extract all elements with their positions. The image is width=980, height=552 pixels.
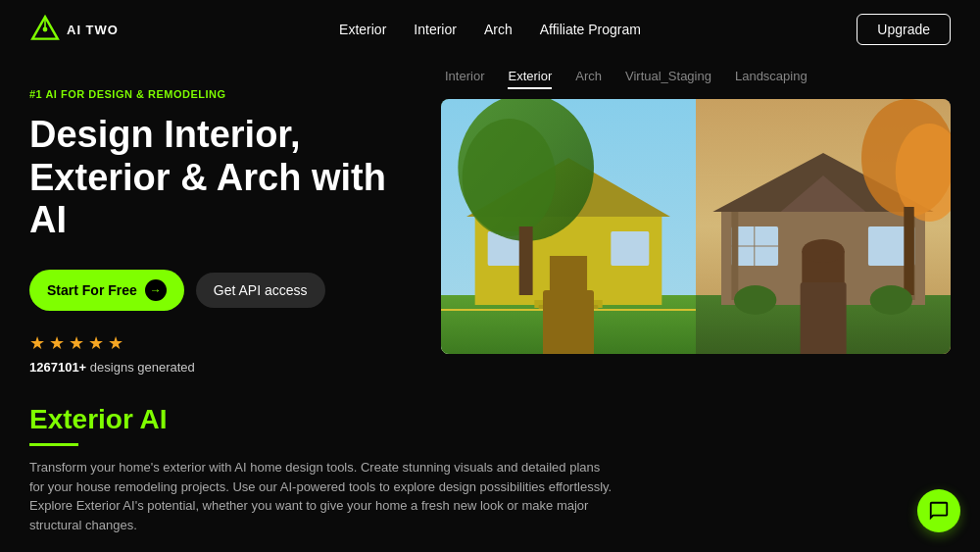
svg-point-13 [463,119,556,236]
section-description: Transform your home's exterior with AI h… [29,458,617,534]
left-panel: #1 AI FOR DESIGN & REMODELING Design Int… [29,69,402,375]
nav-link-affiliate[interactable]: Affiliate Program [540,22,641,37]
star-4: ★ [88,332,104,354]
svg-point-32 [734,285,776,315]
svg-rect-11 [539,305,599,310]
designs-label: designs generated [90,360,195,375]
svg-point-22 [802,239,844,263]
image-tabs: Interior Exterior Arch Virtual_Staging L… [441,69,951,89]
svg-rect-31 [904,207,913,295]
nav-link-interior[interactable]: Interior [414,22,457,37]
star-2: ★ [49,332,65,354]
svg-point-33 [870,285,912,315]
hero-image [441,99,951,354]
api-access-button[interactable]: Get API access [196,273,325,308]
main-content: #1 AI FOR DESIGN & REMODELING Design Int… [0,69,980,375]
upgrade-button[interactable]: Upgrade [857,14,951,45]
chat-icon [928,500,950,522]
svg-rect-7 [550,256,587,305]
house-after-image [696,99,951,354]
badge: #1 AI FOR DESIGN & REMODELING [29,88,402,100]
chat-support-button[interactable] [917,489,960,532]
designs-number: 1267101+ [29,360,86,375]
svg-rect-34 [810,305,836,354]
start-free-label: Start For Free [47,282,137,298]
nav-links: Exterior Interior Arch Affiliate Program [339,22,641,37]
arrow-icon: → [145,279,167,301]
svg-rect-9 [611,231,649,266]
bottom-section: Exterior AI Transform your home's exteri… [0,404,980,534]
svg-rect-14 [519,226,533,295]
tab-landscaping[interactable]: Landscaping [735,69,808,89]
svg-point-2 [43,27,48,32]
start-free-button[interactable]: Start For Free → [29,270,184,311]
brand-name: AI TWO [67,23,119,37]
tab-arch[interactable]: Arch [575,69,602,89]
designs-count: 1267101+ designs generated [29,360,402,375]
tab-virtual-staging[interactable]: Virtual_Staging [625,69,711,89]
headline: Design Interior, Exterior & Arch with AI [29,114,402,242]
cta-row: Start For Free → Get API access [29,270,402,311]
tab-exterior[interactable]: Exterior [508,69,552,89]
svg-rect-10 [534,300,602,308]
star-5: ★ [108,332,123,354]
section-title: Exterior AI [29,404,951,435]
navbar: AI TWO Exterior Interior Arch Affiliate … [0,0,980,59]
star-1: ★ [29,332,45,354]
section-underline [29,443,78,446]
logo-icon [29,14,61,45]
nav-link-exterior[interactable]: Exterior [339,22,386,37]
stars-row: ★ ★ ★ ★ ★ [29,332,402,354]
right-panel: Interior Exterior Arch Virtual_Staging L… [441,69,951,375]
logo[interactable]: AI TWO [29,14,119,45]
house-before-image [441,99,696,354]
svg-rect-27 [731,212,738,300]
star-3: ★ [69,332,84,354]
nav-link-arch[interactable]: Arch [484,22,513,37]
tab-interior[interactable]: Interior [445,69,484,89]
